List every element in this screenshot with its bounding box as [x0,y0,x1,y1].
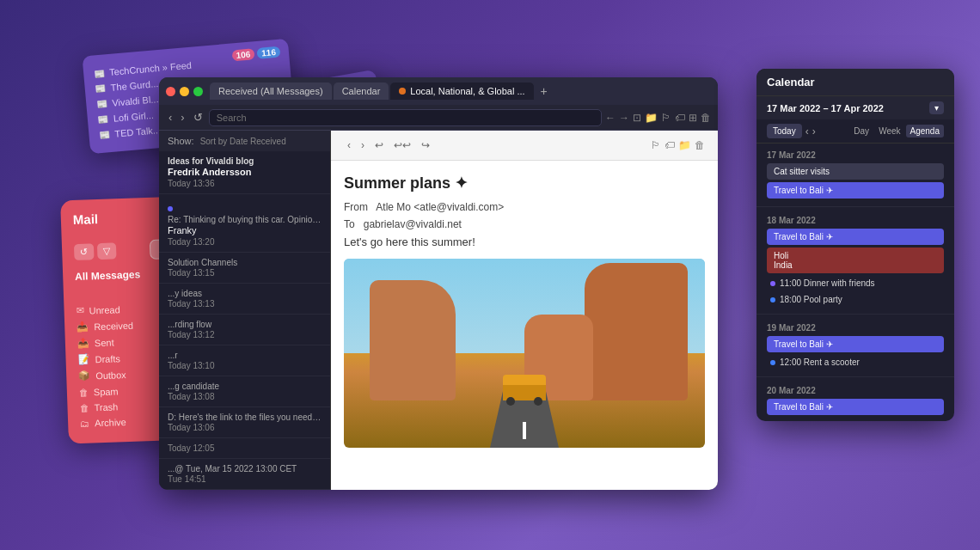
mail-list-row-5[interactable]: ...rding flow Today 13:12 [159,315,330,345]
dot-blue-pool [770,297,775,302]
email-body: Summer plans ✦ From Atle Mo <atle@vivald… [331,161,718,461]
cal-event-travel-bali-4[interactable]: Travel to Bali ✈ [767,399,944,415]
nav-refresh-btn[interactable]: ↺ [191,111,205,124]
tab-calendar-label: Calendar [342,86,381,96]
mail-refresh-btn[interactable]: ↺ [74,243,95,260]
cal-agenda-btn[interactable]: Agenda [906,125,944,138]
mail-list-row-3[interactable]: Solution Channels Today 13:15 [159,253,330,284]
sent-label: Sent [95,337,114,348]
drafts-icon: 📝 [77,353,89,364]
calendar-body: 17 Mar 2022 Cat sitter visits Travel to … [756,144,954,421]
feed-icon-3: 📰 [96,99,107,109]
mail-list-row-10[interactable]: ...@ Tue, Mar 15 2022 13:00 CET Tue 14:5… [159,459,330,490]
traffic-light-green[interactable] [193,87,203,96]
toolbar-icon-3: ⊡ [633,112,641,124]
sort-label: Sort by Date Received [200,137,286,146]
mail-sender-2: Franky [168,225,322,235]
cal-date-19mar: 19 Mar 2022 [767,323,944,333]
mail-list-row-1[interactable]: Ideas for Vivaldi blog Fredrik Andersson… [159,151,330,194]
cal-next-btn[interactable]: › [812,125,816,138]
email-tag-btn[interactable]: 🏷 [665,139,675,151]
tab-received-label: Received (All Messages) [218,86,323,96]
archive-icon: 🗂 [80,419,89,429]
cal-view-buttons: Day Week Agenda [849,125,944,138]
mail-subject-10: ...@ Tue, Mar 15 2022 13:00 CET [168,464,322,474]
tab-dot-icon [399,88,406,95]
van [503,375,546,400]
nav-forward-btn[interactable]: › [178,111,187,124]
email-fwd-btn[interactable]: ↪ [418,138,433,153]
traffic-light-yellow[interactable] [180,87,189,96]
from-value: Atle Mo <atle@vivaldi.com> [376,201,504,213]
mail-subject-1: Ideas for Vivaldi blog [168,156,322,166]
van-wheel-left [506,397,515,406]
cal-section-19mar: 19 Mar 2022 Travel to Bali ✈ 12:00 Rent … [756,316,954,375]
cal-date-range-row: 17 Mar 2022 – 17 Apr 2022 ▾ [756,96,954,119]
tab-local-national[interactable]: Local, National, & Global ... [390,82,533,100]
feed-label-3: Vivaldi Bl... [112,94,159,108]
calendar-header: Calendar [756,69,954,96]
mail-list-row-8[interactable]: D: Here's the link to the files you need… [159,407,330,438]
toolbar-icons: ← → ⊡ 📁 🏳 🏷 ⊞ 🗑 [605,112,711,124]
cal-section-20mar: 20 Mar 2022 Travel to Bali ✈ [756,379,954,421]
email-reply-all-btn[interactable]: ↩↩ [390,138,414,153]
email-back-btn[interactable]: ‹ [344,138,354,153]
cal-dot-scooter[interactable]: 12:00 Rent a scooter [767,355,944,370]
tab-add-button[interactable]: + [536,84,553,98]
cal-event-cat-sitter[interactable]: Cat sitter visits [767,163,944,180]
rock-left [370,280,456,400]
search-input[interactable] [209,109,602,126]
mail-list-row-9[interactable]: Today 12:05 [159,438,330,459]
cal-section-18mar: 18 Mar 2022 Travel to Bali ✈ Holi India … [756,209,954,312]
email-move-btn[interactable]: 📁 [678,139,691,151]
cal-event-travel-bali-1[interactable]: Travel to Bali ✈ [767,182,944,199]
feeds-badge-1: 106 [231,48,255,61]
feed-icon-5: 📰 [99,130,110,140]
cal-dot-dinner[interactable]: 11:00 Dinner with friends [767,276,944,290]
received-icon: 📥 [77,321,89,333]
cal-week-btn[interactable]: Week [874,125,904,138]
cal-today-btn[interactable]: Today [767,124,802,138]
received-label: Received [94,320,133,332]
email-delete-btn[interactable]: 🗑 [695,139,705,151]
cal-day-btn[interactable]: Day [849,125,873,138]
cal-dot-pool[interactable]: 18:00 Pool party [767,292,944,307]
mail-filter-btn[interactable]: ▽ [97,242,117,260]
cal-prev-btn[interactable]: ‹ [805,125,809,138]
toolbar-icon-8: 🗑 [701,112,711,124]
toolbar-icon-4: 📁 [645,112,658,124]
browser-window: Received (All Messages) Calendar Local, … [159,77,718,490]
tab-local-label: Local, National, & Global ... [410,86,524,96]
drafts-label: Drafts [95,353,120,364]
mail-list-row-7[interactable]: ...g candidate Today 13:08 [159,376,330,407]
email-forward-btn[interactable]: › [358,138,368,153]
email-flag-btn[interactable]: 🏳 [651,139,661,151]
mail-time-5: Today 13:12 [168,330,322,339]
to-value: gabrielav@vivaldi.net [364,218,462,230]
mail-time-3: Today 13:15 [168,268,322,278]
cal-event-travel-bali-3[interactable]: Travel to Bali ✈ [767,336,944,352]
unread-dot [168,206,173,211]
trash-icon: 🗑 [79,403,89,413]
cal-event-holi[interactable]: Holi India [767,248,944,273]
feed-label-5: TED Talk... [114,125,161,139]
tab-calendar[interactable]: Calendar [334,82,389,100]
mail-content-area: Show: Sort by Date Received Ideas for Vi… [159,131,718,490]
van-wheel-right [534,397,542,406]
cal-event-travel-bali-2[interactable]: Travel to Bali ✈ [767,229,944,245]
mail-list-row-4[interactable]: ...y ideas Today 13:13 [159,284,330,315]
outbox-label: Outbox [95,370,126,381]
feed-icon-2: 📰 [95,83,106,94]
tab-received[interactable]: Received (All Messages) [210,82,332,100]
email-reply-btn[interactable]: ↩ [371,138,387,153]
nav-back-btn[interactable]: ‹ [166,111,175,124]
mail-subject-3: Solution Channels [168,258,322,267]
archive-label: Archive [95,417,126,428]
mail-list-row-6[interactable]: ...r Today 13:10 [159,345,330,376]
road-line [523,422,526,439]
toolbar-icon-5: 🏳 [661,112,671,124]
traffic-light-red[interactable] [166,87,175,96]
unread-icon: ✉ [76,305,83,316]
mail-list-row-2[interactable]: Re: Thinking of buying this car. Opinion… [159,194,330,253]
cal-range-dropdown-btn[interactable]: ▾ [929,101,944,114]
